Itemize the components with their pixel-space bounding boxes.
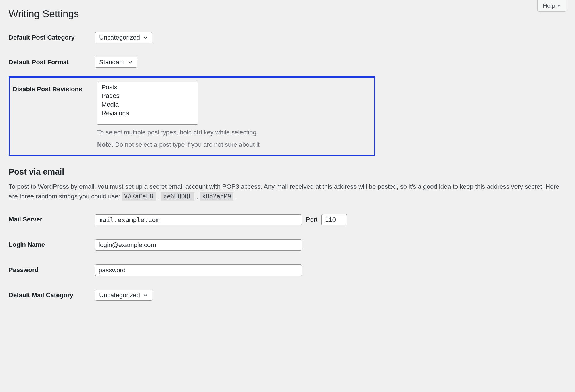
chevron-down-icon: ▼	[557, 3, 561, 8]
post-via-email-intro: To post to WordPress by email, you must …	[9, 182, 561, 201]
help-label: Help	[543, 2, 555, 9]
disable-post-revisions-label: Disable Post Revisions	[13, 82, 97, 149]
intro-text: To post to WordPress by email, you must …	[9, 183, 559, 200]
disable-post-revisions-row: Disable Post Revisions Posts Pages Media…	[9, 76, 375, 156]
separator: ,	[156, 193, 161, 200]
default-post-category-value: Uncategorized	[99, 34, 140, 41]
login-name-label: Login Name	[9, 232, 95, 258]
post-via-email-heading: Post via email	[9, 167, 566, 177]
login-name-input[interactable]	[95, 239, 302, 251]
password-label: Password	[9, 258, 95, 283]
mail-server-label: Mail Server	[9, 207, 95, 232]
random-token: ze6UQDQL	[161, 192, 194, 201]
multiselect-option[interactable]: Media	[97, 100, 198, 109]
port-label: Port	[306, 216, 317, 223]
revisions-hint: To select multiple post types, hold ctrl…	[97, 128, 371, 137]
random-token: VA7aCeF8	[122, 192, 156, 201]
default-post-category-select[interactable]: Uncategorized	[95, 32, 152, 43]
disable-post-revisions-multiselect[interactable]: Posts Pages Media Revisions	[97, 82, 198, 125]
default-post-category-label: Default Post Category	[9, 25, 95, 50]
password-input[interactable]	[95, 264, 302, 276]
default-post-format-value: Standard	[99, 59, 125, 66]
multiselect-option[interactable]: Pages	[97, 92, 198, 100]
period: .	[233, 193, 237, 200]
default-mail-category-label: Default Mail Category	[9, 283, 95, 308]
help-button[interactable]: Help ▼	[537, 0, 566, 12]
chevron-down-icon	[143, 293, 148, 298]
chevron-down-icon	[143, 35, 148, 40]
default-post-format-select[interactable]: Standard	[95, 57, 137, 68]
multiselect-option[interactable]: Revisions	[97, 109, 198, 117]
default-post-format-label: Default Post Format	[9, 50, 95, 75]
mail-server-input[interactable]	[95, 214, 302, 225]
chevron-down-icon	[128, 60, 133, 65]
page-title: Writing Settings	[9, 0, 566, 25]
note-text: Do not select a post type if you are not…	[113, 141, 260, 148]
revisions-note: Note: Do not select a post type if you a…	[97, 140, 371, 149]
multiselect-option[interactable]: Posts	[97, 83, 198, 92]
port-input[interactable]	[321, 214, 347, 225]
default-mail-category-value: Uncategorized	[99, 291, 140, 299]
separator: ,	[194, 193, 200, 200]
random-token: kUb2ahM9	[200, 192, 233, 201]
default-mail-category-select[interactable]: Uncategorized	[95, 290, 152, 301]
note-label: Note:	[97, 141, 113, 148]
